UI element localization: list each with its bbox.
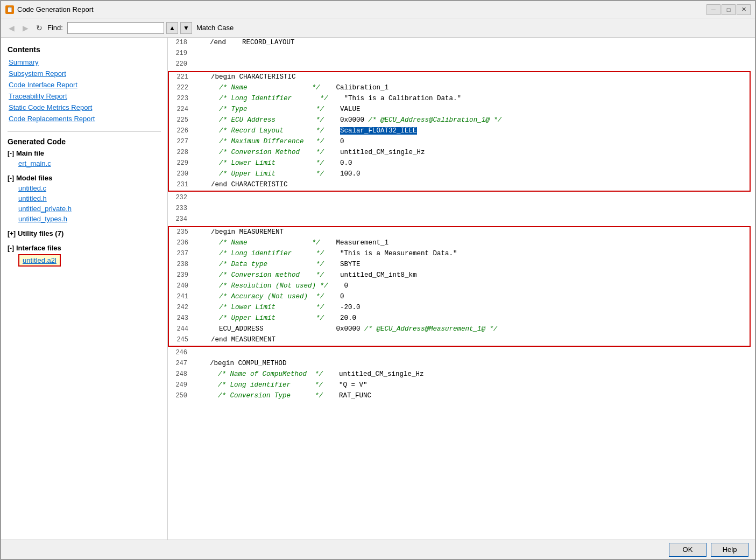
code-panel: 218 /end RECORD_LAYOUT 219 220	[168, 38, 755, 540]
subsystem-report-link[interactable]: Subsystem Report	[8, 69, 161, 78]
code-line-246: 246	[168, 348, 755, 359]
line-number-240: 240	[169, 281, 195, 291]
line-number-244: 244	[169, 324, 195, 334]
line-content-236: /* Name */ Measurement_1	[195, 238, 750, 248]
code-line-224: 224 /* Type */ VALUE	[169, 104, 750, 115]
code-scroll-area[interactable]: 218 /end RECORD_LAYOUT 219 220	[168, 38, 755, 540]
code-line-250: 250 /* Conversion Type */ RAT_FUNC	[168, 391, 755, 402]
toolbar: ◀ ▶ ↻ Find: ▲ ▼ Match Case	[1, 18, 755, 38]
contents-title: Contents	[8, 45, 161, 54]
find-input[interactable]	[67, 22, 164, 34]
line-number-222: 222	[169, 83, 195, 93]
app-icon: 📋	[5, 5, 14, 14]
close-button[interactable]: ✕	[737, 4, 751, 15]
main-content: Contents Summary Subsystem Report Code I…	[1, 38, 755, 540]
main-window: 📋 Code Generation Report ─ □ ✕ ◀ ▶ ↻ Fin…	[0, 0, 756, 560]
line-content-240: /* Resolution (Not used) */ 0	[195, 281, 750, 291]
find-label: Find:	[47, 24, 63, 32]
match-case-label: Match Case	[196, 24, 234, 32]
untitled-h-item: untitled.h	[8, 194, 161, 202]
utility-files-section: [+] Utility files (7)	[8, 229, 161, 237]
generated-code-title: Generated Code	[8, 137, 161, 146]
line-number-234: 234	[168, 214, 194, 224]
forward-button[interactable]: ▶	[19, 22, 31, 34]
line-number-236: 236	[169, 238, 195, 248]
line-number-237: 237	[169, 249, 195, 258]
code-line-222: 222 /* Name */ Calibration_1	[169, 83, 750, 94]
sidebar: Contents Summary Subsystem Report Code I…	[1, 38, 168, 540]
line-content-241: /* Accuracy (Not used) */ 0	[195, 292, 750, 302]
line-number-225: 225	[169, 115, 195, 125]
minimize-button[interactable]: ─	[706, 4, 720, 15]
main-file-label: Main file	[16, 149, 44, 157]
line-content-219	[194, 48, 755, 59]
interface-files-toggle[interactable]: [-]	[8, 244, 14, 252]
help-button[interactable]: Help	[711, 543, 748, 557]
line-content-243: /* Upper Limit */ 20.0	[195, 313, 750, 324]
code-line-236: 236 /* Name */ Measurement_1	[169, 238, 750, 249]
summary-link[interactable]: Summary	[8, 58, 161, 66]
line-number-227: 227	[169, 137, 195, 146]
traceability-report-link[interactable]: Traceability Report	[8, 92, 161, 100]
refresh-button[interactable]: ↻	[33, 22, 45, 34]
line-number-242: 242	[169, 303, 195, 312]
line-content-231: /end CHARACTERISTIC	[195, 180, 750, 190]
line-number-228: 228	[169, 148, 195, 157]
code-line-231: 231 /end CHARACTERISTIC	[169, 180, 750, 191]
back-button[interactable]: ◀	[5, 22, 17, 34]
find-down-button[interactable]: ▼	[180, 22, 192, 34]
code-replacements-link[interactable]: Code Replacements Report	[8, 115, 161, 123]
interface-files-label: Interface files	[16, 244, 61, 252]
code-line-241: 241 /* Accuracy (Not used) */ 0	[169, 292, 750, 303]
line-content-250: /* Conversion Type */ RAT_FUNC	[194, 391, 755, 401]
ok-button[interactable]: OK	[669, 543, 706, 557]
bottom-bar: OK Help	[1, 540, 755, 559]
line-number-220: 220	[168, 59, 194, 69]
code-line-249: 249 /* Long identifier */ "Q = V"	[168, 380, 755, 391]
line-number-221: 221	[169, 72, 195, 82]
line-content-225: /* ECU Address */ 0x0000 /* @ECU_Address…	[195, 115, 750, 125]
code-line-221: 221 /begin CHARACTERISTIC	[169, 72, 750, 83]
code-line-248: 248 /* Name of CompuMethod */ untitled_C…	[168, 369, 755, 380]
code-line-235: 235 /begin MEASUREMENT	[169, 227, 750, 238]
untitled-a2l-link[interactable]: untitled.a2l	[23, 256, 56, 264]
code-line-240: 240 /* Resolution (Not used) */ 0	[169, 281, 750, 292]
code-line-239: 239 /* Conversion method */ untitled_CM_…	[169, 270, 750, 281]
code-lines: 218 /end RECORD_LAYOUT 219 220	[168, 38, 755, 402]
line-number-224: 224	[169, 104, 195, 114]
untitled-h-link[interactable]: untitled.h	[18, 194, 47, 202]
line-content-247: /begin COMPU_METHOD	[194, 359, 755, 369]
find-up-button[interactable]: ▲	[166, 22, 178, 34]
line-content-232	[194, 193, 755, 203]
code-line-226: 226 /* Record Layout */ Scalar_FLOAT32_I…	[169, 126, 750, 137]
maximize-button[interactable]: □	[722, 4, 736, 15]
line-number-231: 231	[169, 180, 195, 190]
line-content-248: /* Name of CompuMethod */ untitled_CM_si…	[194, 369, 755, 380]
untitled-a2l-item: untitled.a2l	[8, 254, 161, 267]
code-line-227: 227 /* Maximum Difference */ 0	[169, 137, 750, 148]
line-content-227: /* Maximum Difference */ 0	[195, 137, 750, 147]
line-content-218: /end RECORD_LAYOUT	[194, 38, 755, 48]
untitled-c-link[interactable]: untitled.c	[18, 184, 46, 192]
line-content-244: ECU_ADDRESS 0x0000 /* @ECU_Address@Measu…	[195, 324, 750, 334]
line-content-234	[194, 214, 755, 225]
untitled-c-item: untitled.c	[8, 184, 161, 192]
main-file-section: [-] Main file	[8, 149, 161, 157]
utility-files-toggle[interactable]: [+]	[8, 230, 16, 237]
line-content-224: /* Type */ VALUE	[195, 104, 750, 115]
code-line-247: 247 /begin COMPU_METHOD	[168, 359, 755, 369]
untitled-types-h-item: untitled_types.h	[8, 215, 161, 223]
line-content-242: /* Lower Limit */ -20.0	[195, 303, 750, 313]
static-code-metrics-link[interactable]: Static Code Metrics Report	[8, 103, 161, 111]
ert-main-link[interactable]: ert_main.c	[18, 159, 51, 167]
line-content-226: /* Record Layout */ Scalar_FLOAT32_IEEE	[195, 126, 750, 136]
code-line-237: 237 /* Long identifier */ "This is a Mea…	[169, 249, 750, 260]
code-line-223: 223 /* Long Identifier */ "This is a Cal…	[169, 94, 750, 104]
untitled-types-h-link[interactable]: untitled_types.h	[18, 215, 67, 223]
untitled-private-h-link[interactable]: untitled_private.h	[18, 205, 72, 213]
code-interface-report-link[interactable]: Code Interface Report	[8, 81, 161, 89]
main-file-toggle[interactable]: [-]	[8, 150, 14, 157]
model-files-toggle[interactable]: [-]	[8, 174, 14, 182]
line-number-219: 219	[168, 48, 194, 58]
code-line-228: 228 /* Conversion Method */ untitled_CM_…	[169, 148, 750, 158]
